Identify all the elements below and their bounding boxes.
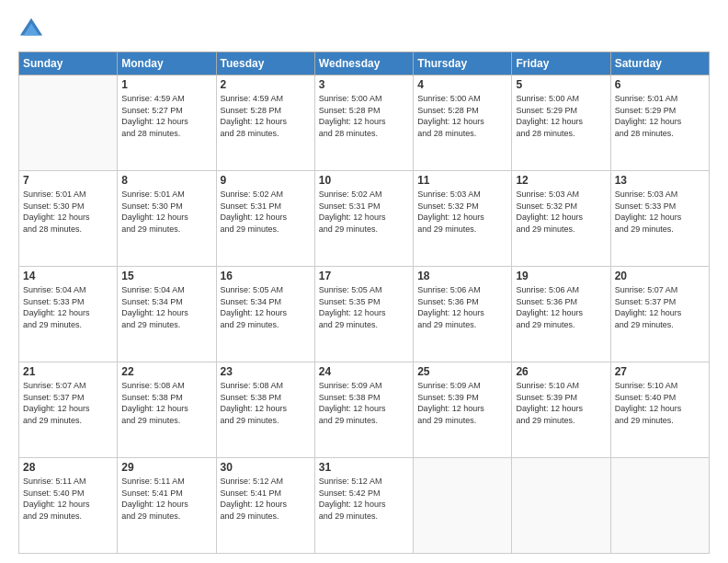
weekday-header-tuesday: Tuesday	[216, 52, 314, 75]
day-number: 2	[221, 78, 311, 91]
calendar-table: SundayMondayTuesdayWednesdayThursdayFrid…	[18, 52, 710, 554]
day-number: 25	[417, 365, 507, 378]
day-number: 26	[516, 365, 606, 378]
day-info: Sunrise: 5:05 AMSunset: 5:35 PMDaylight:…	[319, 284, 409, 330]
day-number: 18	[417, 270, 507, 282]
day-number: 14	[23, 270, 113, 282]
day-number: 21	[23, 365, 113, 378]
day-info: Sunrise: 4:59 AMSunset: 5:28 PMDaylight:…	[221, 93, 311, 139]
day-info: Sunrise: 5:12 AMSunset: 5:42 PMDaylight:…	[319, 476, 409, 522]
day-number: 24	[319, 365, 409, 378]
day-info: Sunrise: 5:10 AMSunset: 5:40 PMDaylight:…	[615, 380, 705, 426]
day-info: Sunrise: 5:09 AMSunset: 5:39 PMDaylight:…	[417, 380, 507, 426]
day-info: Sunrise: 5:00 AMSunset: 5:28 PMDaylight:…	[319, 93, 409, 139]
calendar-cell: 22Sunrise: 5:08 AMSunset: 5:38 PMDayligh…	[118, 362, 216, 458]
day-info: Sunrise: 5:01 AMSunset: 5:30 PMDaylight:…	[121, 189, 211, 235]
day-number: 8	[121, 174, 211, 187]
day-info: Sunrise: 5:02 AMSunset: 5:31 PMDaylight:…	[221, 189, 311, 235]
logo	[18, 17, 48, 42]
weekday-header-row: SundayMondayTuesdayWednesdayThursdayFrid…	[19, 52, 710, 75]
day-number: 20	[615, 270, 705, 282]
weekday-header-thursday: Thursday	[414, 52, 512, 75]
day-number: 13	[615, 174, 705, 187]
calendar-cell: 15Sunrise: 5:04 AMSunset: 5:34 PMDayligh…	[118, 267, 216, 362]
calendar-cell: 25Sunrise: 5:09 AMSunset: 5:39 PMDayligh…	[414, 362, 512, 458]
calendar-cell: 26Sunrise: 5:10 AMSunset: 5:39 PMDayligh…	[512, 362, 610, 458]
calendar-cell: 29Sunrise: 5:11 AMSunset: 5:41 PMDayligh…	[118, 458, 216, 554]
calendar-cell: 27Sunrise: 5:10 AMSunset: 5:40 PMDayligh…	[610, 362, 709, 458]
day-info: Sunrise: 5:10 AMSunset: 5:39 PMDaylight:…	[516, 380, 606, 426]
day-number: 4	[417, 78, 507, 91]
logo-icon	[18, 17, 44, 42]
day-number: 7	[23, 174, 113, 187]
day-info: Sunrise: 5:02 AMSunset: 5:31 PMDaylight:…	[319, 189, 409, 235]
calendar-cell: 17Sunrise: 5:05 AMSunset: 5:35 PMDayligh…	[314, 267, 413, 362]
header	[18, 17, 710, 42]
day-info: Sunrise: 5:00 AMSunset: 5:28 PMDaylight:…	[417, 93, 507, 139]
calendar-cell: 13Sunrise: 5:03 AMSunset: 5:33 PMDayligh…	[610, 171, 709, 267]
calendar-week-row: 21Sunrise: 5:07 AMSunset: 5:37 PMDayligh…	[19, 362, 710, 458]
day-info: Sunrise: 5:11 AMSunset: 5:40 PMDaylight:…	[23, 476, 113, 522]
calendar-cell: 30Sunrise: 5:12 AMSunset: 5:41 PMDayligh…	[216, 458, 314, 554]
calendar-cell: 8Sunrise: 5:01 AMSunset: 5:30 PMDaylight…	[118, 171, 216, 267]
day-info: Sunrise: 5:03 AMSunset: 5:32 PMDaylight:…	[516, 189, 606, 235]
calendar-cell: 3Sunrise: 5:00 AMSunset: 5:28 PMDaylight…	[314, 75, 413, 171]
day-number: 9	[221, 174, 311, 187]
calendar-cell: 19Sunrise: 5:06 AMSunset: 5:36 PMDayligh…	[512, 267, 610, 362]
day-info: Sunrise: 4:59 AMSunset: 5:27 PMDaylight:…	[121, 93, 211, 139]
calendar-cell: 24Sunrise: 5:09 AMSunset: 5:38 PMDayligh…	[314, 362, 413, 458]
day-info: Sunrise: 5:08 AMSunset: 5:38 PMDaylight:…	[121, 380, 211, 426]
calendar-cell: 7Sunrise: 5:01 AMSunset: 5:30 PMDaylight…	[19, 171, 118, 267]
calendar-cell: 31Sunrise: 5:12 AMSunset: 5:42 PMDayligh…	[314, 458, 413, 554]
calendar-cell	[19, 75, 118, 171]
calendar-week-row: 7Sunrise: 5:01 AMSunset: 5:30 PMDaylight…	[19, 171, 710, 267]
calendar-cell: 14Sunrise: 5:04 AMSunset: 5:33 PMDayligh…	[19, 267, 118, 362]
calendar-cell: 10Sunrise: 5:02 AMSunset: 5:31 PMDayligh…	[314, 171, 413, 267]
day-info: Sunrise: 5:07 AMSunset: 5:37 PMDaylight:…	[615, 284, 705, 330]
calendar-week-row: 28Sunrise: 5:11 AMSunset: 5:40 PMDayligh…	[19, 458, 710, 554]
day-number: 30	[221, 461, 311, 474]
day-number: 16	[221, 270, 311, 282]
day-info: Sunrise: 5:07 AMSunset: 5:37 PMDaylight:…	[23, 380, 113, 426]
day-number: 10	[319, 174, 409, 187]
day-number: 28	[23, 461, 113, 474]
calendar-cell: 28Sunrise: 5:11 AMSunset: 5:40 PMDayligh…	[19, 458, 118, 554]
calendar-cell: 18Sunrise: 5:06 AMSunset: 5:36 PMDayligh…	[414, 267, 512, 362]
day-number: 15	[121, 270, 211, 282]
calendar-cell: 16Sunrise: 5:05 AMSunset: 5:34 PMDayligh…	[216, 267, 314, 362]
day-number: 3	[319, 78, 409, 91]
day-number: 27	[615, 365, 705, 378]
day-number: 17	[319, 270, 409, 282]
day-info: Sunrise: 5:05 AMSunset: 5:34 PMDaylight:…	[221, 284, 311, 330]
day-info: Sunrise: 5:06 AMSunset: 5:36 PMDaylight:…	[417, 284, 507, 330]
calendar-cell	[512, 458, 610, 554]
calendar-cell: 20Sunrise: 5:07 AMSunset: 5:37 PMDayligh…	[610, 267, 709, 362]
day-number: 12	[516, 174, 606, 187]
weekday-header-wednesday: Wednesday	[314, 52, 413, 75]
day-info: Sunrise: 5:03 AMSunset: 5:33 PMDaylight:…	[615, 189, 705, 235]
day-info: Sunrise: 5:04 AMSunset: 5:33 PMDaylight:…	[23, 284, 113, 330]
calendar-cell	[414, 458, 512, 554]
day-number: 23	[221, 365, 311, 378]
calendar-cell: 9Sunrise: 5:02 AMSunset: 5:31 PMDaylight…	[216, 171, 314, 267]
calendar-week-row: 14Sunrise: 5:04 AMSunset: 5:33 PMDayligh…	[19, 267, 710, 362]
calendar-cell: 1Sunrise: 4:59 AMSunset: 5:27 PMDaylight…	[118, 75, 216, 171]
day-number: 6	[615, 78, 705, 91]
weekday-header-monday: Monday	[118, 52, 216, 75]
day-info: Sunrise: 5:08 AMSunset: 5:38 PMDaylight:…	[221, 380, 311, 426]
day-info: Sunrise: 5:11 AMSunset: 5:41 PMDaylight:…	[121, 476, 211, 522]
day-info: Sunrise: 5:01 AMSunset: 5:30 PMDaylight:…	[23, 189, 113, 235]
day-info: Sunrise: 5:00 AMSunset: 5:29 PMDaylight:…	[516, 93, 606, 139]
day-info: Sunrise: 5:04 AMSunset: 5:34 PMDaylight:…	[121, 284, 211, 330]
day-number: 1	[121, 78, 211, 91]
calendar-cell: 6Sunrise: 5:01 AMSunset: 5:29 PMDaylight…	[610, 75, 709, 171]
calendar-cell: 12Sunrise: 5:03 AMSunset: 5:32 PMDayligh…	[512, 171, 610, 267]
calendar-cell: 11Sunrise: 5:03 AMSunset: 5:32 PMDayligh…	[414, 171, 512, 267]
calendar-cell: 4Sunrise: 5:00 AMSunset: 5:28 PMDaylight…	[414, 75, 512, 171]
calendar-cell: 5Sunrise: 5:00 AMSunset: 5:29 PMDaylight…	[512, 75, 610, 171]
page: SundayMondayTuesdayWednesdayThursdayFrid…	[0, 0, 728, 563]
day-info: Sunrise: 5:01 AMSunset: 5:29 PMDaylight:…	[615, 93, 705, 139]
day-info: Sunrise: 5:03 AMSunset: 5:32 PMDaylight:…	[417, 189, 507, 235]
day-number: 11	[417, 174, 507, 187]
day-number: 19	[516, 270, 606, 282]
